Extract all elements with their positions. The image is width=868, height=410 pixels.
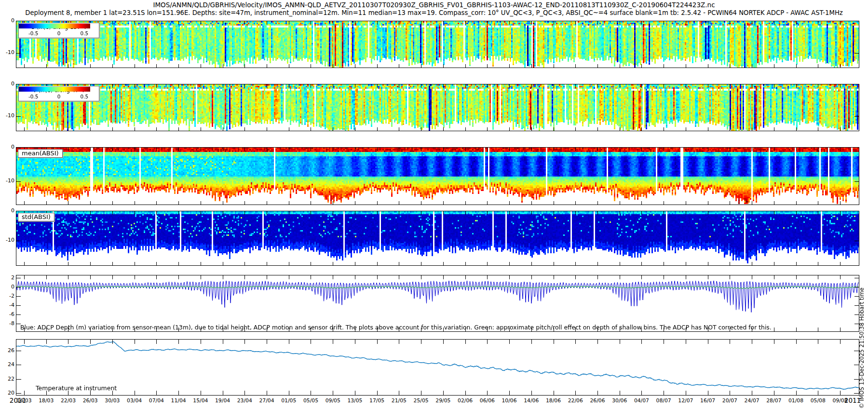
x-date-label: 09/05 xyxy=(322,397,343,404)
y-tick-label: -10 xyxy=(2,112,14,119)
y-tick-label: -8 xyxy=(2,320,14,327)
x-date-label: 22/03 xyxy=(57,397,79,404)
u-colorbar-legend: U (m/s) along 137°T -0.500.5 xyxy=(18,23,99,38)
x-date-label: 20/07 xyxy=(719,397,740,404)
x-date-label: 03/04 xyxy=(124,397,145,404)
y-tick-label: -4 xyxy=(2,302,14,309)
x-date-label: 29/05 xyxy=(433,397,454,404)
y-tick-label: -6 xyxy=(2,311,14,318)
x-date-label: 21/05 xyxy=(388,397,409,404)
v-velocity-heatmap xyxy=(16,84,859,131)
y-tick-label: 0 xyxy=(2,81,14,87)
colorbar-tick-label: 0.5 xyxy=(80,94,88,99)
y-tick-label: -10 xyxy=(2,237,14,244)
temperature-line xyxy=(16,340,859,395)
y-tick-label: -10 xyxy=(2,49,14,56)
x-date-label: 02/06 xyxy=(455,397,476,404)
panel-depth-variation: Blue: ADCP Depth (m) variation from sens… xyxy=(16,275,859,332)
figure-subtitle-deployment: Deployment 8, member 1 lat=23.51S lon=15… xyxy=(0,9,868,16)
y-tick-label: -10 xyxy=(2,178,14,184)
x-date-label: 16/07 xyxy=(697,397,719,404)
x-date-label: 01/08 xyxy=(786,397,807,404)
x-date-label: 24/07 xyxy=(741,397,762,404)
y-tick-label: 2 xyxy=(2,274,14,281)
panel-mean-absi: mean(ABSI) xyxy=(16,147,859,205)
u-colorbar-jet xyxy=(19,24,90,28)
mean-absi-heatmap xyxy=(16,148,859,205)
y-tick-label: 20 xyxy=(2,390,14,396)
x-date-label: 22/06 xyxy=(565,397,586,404)
imos-copyright-vertical: © IMOS 13-Dec-2025 21:50:38 Hobart time xyxy=(858,287,865,409)
y-tick-label: -2 xyxy=(2,293,14,300)
colorbar-tick-label: 0 xyxy=(57,30,61,36)
y-tick-label: 0 xyxy=(2,17,14,24)
v-colorbar-ticks: -0.500.5 xyxy=(19,94,99,101)
x-date-label: 26/06 xyxy=(587,397,608,404)
colorbar-tick-label: 0 xyxy=(57,94,61,99)
x-date-label: 08/07 xyxy=(653,397,674,404)
mean-absi-label: mean(ABSI) xyxy=(18,149,63,158)
x-date-label: 18/03 xyxy=(36,397,57,404)
y-tick-label: 22 xyxy=(2,376,14,383)
std-absi-heatmap xyxy=(16,211,859,265)
v-colorbar-jet xyxy=(19,87,90,92)
x-date-label: 30/03 xyxy=(102,397,123,404)
x-date-label: 11/04 xyxy=(168,397,189,404)
colorbar-tick-label: -0.5 xyxy=(28,30,39,36)
x-date-label: 15/04 xyxy=(190,397,211,404)
std-absi-label: std(ABSI) xyxy=(18,213,54,221)
panel-v-velocity: V (m/s) along 47°T -0.500.5 xyxy=(16,84,859,131)
panel-temperature: Temperature at instrument xyxy=(16,339,859,396)
x-date-label: 01/05 xyxy=(278,397,299,404)
u-colorbar-ticks: -0.500.5 xyxy=(19,30,99,38)
u-velocity-heatmap xyxy=(16,21,859,68)
x-date-label: 07/04 xyxy=(146,397,167,404)
panel-u-velocity: U (m/s) along 137°T -0.500.5 xyxy=(16,21,859,68)
depth-variation-lines xyxy=(16,275,859,331)
y-tick-label: 0 xyxy=(2,207,14,214)
x-date-label: 14/06 xyxy=(521,397,542,404)
x-date-label: 19/04 xyxy=(212,397,233,404)
y-tick-label: 24 xyxy=(2,361,14,368)
x-date-label: 30/06 xyxy=(609,397,630,404)
x-date-label: 12/07 xyxy=(675,397,696,404)
figure-title-filename: IMOS/ANMN/QLD/GBRHIS/Velocity/IMOS_ANMN-… xyxy=(0,1,868,9)
x-date-label: 23/04 xyxy=(234,397,255,404)
figure-root: IMOS/ANMN/QLD/GBRHIS/Velocity/IMOS_ANMN-… xyxy=(0,0,868,410)
panel-std-absi: std(ABSI) xyxy=(16,211,859,266)
v-colorbar-legend: V (m/s) along 47°T -0.500.5 xyxy=(18,86,99,101)
x-date-label: 28/07 xyxy=(763,397,785,404)
y-tick-label: 26 xyxy=(2,347,14,354)
colorbar-tick-label: -0.5 xyxy=(28,94,39,99)
x-date-label: 18/06 xyxy=(543,397,564,404)
x-date-label: 25/05 xyxy=(410,397,432,404)
x-axis-year-left: 2011 xyxy=(8,396,27,404)
x-date-label: 26/03 xyxy=(80,397,101,404)
depth-variation-caption: Blue: ADCP Depth (m) variation from sens… xyxy=(20,324,772,331)
x-date-label: 17/05 xyxy=(366,397,388,404)
y-tick-label: 0 xyxy=(2,144,14,150)
x-date-label: 04/07 xyxy=(631,397,652,404)
x-date-label: 10/06 xyxy=(499,397,520,404)
x-date-label: 05/08 xyxy=(807,397,828,404)
colorbar-tick-label: 0.5 xyxy=(80,30,88,36)
x-date-label: 13/05 xyxy=(344,397,366,404)
y-tick-label: 0 xyxy=(2,284,14,290)
x-date-label: 06/06 xyxy=(476,397,498,404)
x-date-label: 27/04 xyxy=(256,397,277,404)
x-date-label: 05/05 xyxy=(300,397,321,404)
temperature-label: Temperature at instrument xyxy=(36,384,117,392)
